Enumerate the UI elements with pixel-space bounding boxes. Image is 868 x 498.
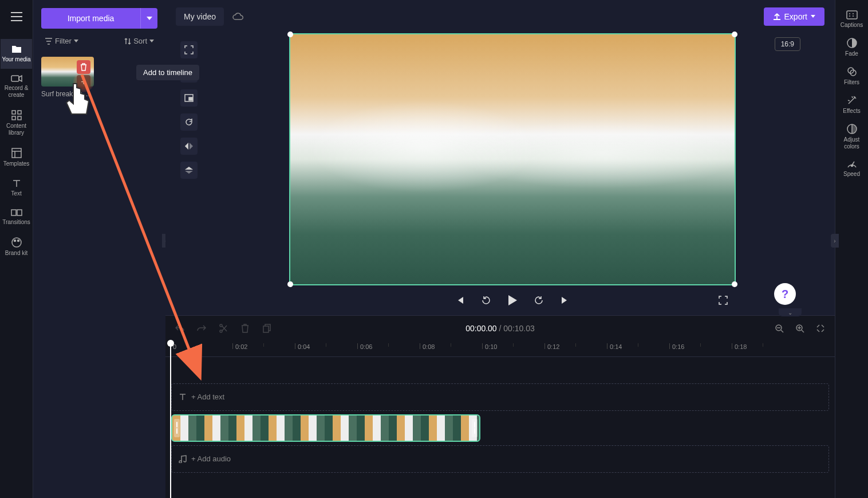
import-media-button[interactable]: Import media — [41, 8, 140, 29]
flip-vertical-icon — [184, 166, 194, 174]
delete-clip-button[interactable] — [77, 60, 90, 74]
ruler-tick: 0:14 — [607, 343, 622, 349]
media-clip-thumbnail[interactable]: + — [41, 57, 94, 87]
duplicate-button[interactable] — [261, 322, 273, 335]
ruler-tick: 0:02 — [232, 343, 247, 349]
pip-tool[interactable] — [180, 89, 198, 107]
add-to-timeline-tooltip: Add to timeline — [136, 65, 199, 80]
nav-brand-kit[interactable]: Brand kit — [1, 232, 32, 262]
nav-templates[interactable]: Templates — [1, 142, 32, 173]
svg-point-8 — [12, 238, 21, 247]
nav-label: Record & create — [1, 85, 32, 99]
cloud-sync-button[interactable] — [230, 8, 247, 25]
nav-label: Content library — [1, 123, 32, 136]
svg-rect-17 — [263, 326, 269, 332]
ruler-subtick — [201, 343, 202, 347]
flip-h-tool[interactable] — [180, 138, 198, 155]
svg-rect-14 — [189, 97, 192, 100]
rewind-button[interactable] — [479, 293, 493, 307]
flip-v-tool[interactable] — [180, 162, 198, 179]
transitions-icon — [11, 209, 22, 217]
clip-trim-left[interactable] — [174, 419, 180, 437]
svg-point-9 — [14, 240, 15, 242]
export-button[interactable]: Export — [764, 7, 824, 26]
redo-button[interactable] — [195, 322, 208, 335]
nav-speed[interactable]: Speed — [838, 159, 866, 178]
current-time: 00:00.00 — [465, 324, 497, 333]
nav-text[interactable]: Text — [1, 173, 32, 203]
skip-back-icon — [455, 296, 464, 305]
svg-point-16 — [220, 330, 222, 332]
play-button[interactable] — [506, 293, 519, 307]
preview-canvas[interactable] — [289, 33, 736, 285]
svg-rect-2 — [18, 111, 21, 114]
filter-button[interactable]: Filter — [45, 37, 78, 45]
split-button[interactable] — [217, 322, 230, 335]
nav-transitions[interactable]: Transitions — [1, 203, 32, 232]
zoom-fit-button[interactable] — [814, 322, 827, 335]
zoom-in-icon — [795, 324, 804, 333]
nav-effects[interactable]: Effects — [838, 95, 866, 115]
nav-fade[interactable]: Fade — [838, 38, 866, 57]
add-to-timeline-button[interactable]: + — [77, 75, 90, 89]
forward-button[interactable] — [532, 293, 546, 307]
timeline-ruler[interactable]: 00:020:040:060:080:100:120:140:160:18 — [165, 341, 835, 357]
chevron-down-icon — [74, 40, 78, 42]
resize-handle-tr[interactable] — [732, 32, 737, 37]
skip-forward-icon — [561, 296, 570, 305]
sort-button[interactable]: Sort — [124, 37, 154, 45]
collapse-right-panel-button[interactable]: › — [831, 234, 839, 248]
help-button[interactable]: ? — [774, 283, 796, 305]
nav-label: Templates — [3, 160, 30, 167]
timeline-toolbar: 00:00.00 / 00:10.03 — [165, 316, 835, 341]
project-name-input[interactable]: My video — [176, 7, 224, 26]
nav-adjust-colors[interactable]: Adjust colors — [838, 124, 866, 150]
svg-rect-6 — [11, 210, 16, 215]
undo-button[interactable] — [173, 322, 186, 335]
resize-handle-tl[interactable] — [287, 32, 293, 37]
rewind-icon — [481, 295, 491, 305]
delete-button[interactable] — [239, 322, 251, 335]
nav-record-create[interactable]: Record & create — [1, 69, 32, 104]
ruler-subtick — [326, 343, 326, 347]
nav-label: Adjust colors — [838, 136, 866, 150]
zoom-out-icon — [775, 324, 784, 333]
sort-icon — [124, 38, 131, 45]
fullscreen-button[interactable] — [716, 293, 730, 307]
nav-label: Captions — [841, 22, 863, 29]
clip-trim-right[interactable] — [472, 419, 478, 437]
rotate-icon — [184, 117, 194, 127]
nav-your-media[interactable]: Your media — [1, 39, 32, 69]
camera-icon — [11, 74, 22, 83]
collapse-preview-button[interactable]: ⌄ — [779, 308, 802, 316]
filter-label: Filter — [55, 37, 72, 45]
import-media-dropdown[interactable] — [140, 8, 157, 29]
skip-forward-button[interactable] — [558, 293, 572, 307]
pip-icon — [184, 94, 194, 102]
svg-rect-0 — [11, 76, 19, 81]
media-clip-title: Surf breaking ... — [41, 90, 157, 98]
timeline: 00:00.00 / 00:10.03 00:020:040:060:080:1… — [165, 315, 835, 498]
sort-label: Sort — [133, 37, 147, 45]
audio-track[interactable]: + Add audio — [171, 445, 829, 473]
media-panel: Import media Filter Sort + Surf breaking… — [33, 0, 165, 498]
zoom-in-button[interactable] — [794, 322, 806, 335]
video-track[interactable] — [171, 414, 829, 442]
left-nav-rail: Your media Record & create Content libra… — [0, 0, 33, 498]
playhead[interactable] — [170, 341, 171, 498]
nav-captions[interactable]: Captions — [838, 10, 866, 29]
top-bar: My video Export — [165, 0, 835, 33]
zoom-out-button[interactable] — [773, 322, 786, 335]
nav-content-library[interactable]: Content library — [1, 104, 32, 142]
svg-point-15 — [220, 324, 222, 327]
undo-icon — [175, 324, 184, 332]
fit-tool[interactable] — [180, 41, 198, 58]
nav-filters[interactable]: Filters — [838, 66, 866, 86]
video-clip[interactable] — [171, 414, 480, 442]
skip-back-button[interactable] — [453, 293, 467, 307]
hamburger-menu[interactable] — [5, 6, 28, 28]
text-track[interactable]: + Add text — [171, 383, 829, 411]
rotate-tool[interactable] — [180, 113, 198, 131]
ruler-tick: 0:04 — [295, 343, 310, 349]
chevron-down-icon — [149, 40, 154, 42]
